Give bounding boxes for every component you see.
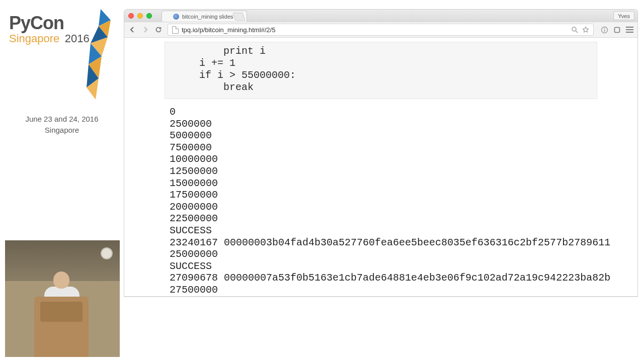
pyconsg-bird-icon	[85, 8, 125, 104]
wall-clock-icon	[101, 247, 113, 259]
speaker-head	[53, 272, 69, 289]
conference-date-line2: Singapore	[0, 125, 124, 136]
back-button[interactable]	[128, 26, 136, 34]
address-bar[interactable]: tpq.io/p/bitcoin_mining.html#/2/5	[168, 24, 594, 36]
page-viewport: print i i += 1 if i > 55000000: break 0 …	[124, 38, 637, 296]
conference-date-line1: June 23 and 24, 2016	[0, 114, 124, 125]
zoom-icon[interactable]	[571, 26, 578, 33]
url-text: tpq.io/p/bitcoin_mining.html#/2/5	[182, 26, 568, 34]
window-zoom-button[interactable]	[146, 13, 152, 19]
svg-rect-13	[615, 27, 620, 32]
svg-line-9	[576, 31, 578, 33]
podium	[34, 297, 89, 357]
speaker-video-thumbnail	[5, 240, 120, 357]
conference-subtitle: Singapore	[9, 32, 59, 45]
hamburger-icon	[626, 27, 633, 28]
bookmark-star-icon[interactable]	[582, 26, 589, 33]
info-icon[interactable]	[601, 26, 608, 34]
output-cell: 0 2500000 5000000 7500000 10000000 12500…	[170, 106, 597, 296]
arrow-right-icon	[142, 26, 149, 33]
window-minimize-button[interactable]	[137, 13, 143, 19]
conference-sidebar: PyCon Singapore 2016 June 23 and 24, 201…	[0, 0, 124, 362]
window-close-button[interactable]	[128, 13, 134, 19]
menu-button[interactable]	[626, 27, 633, 33]
window-titlebar: bitcoin_mining slides × Yves	[124, 10, 637, 22]
svg-point-12	[604, 28, 605, 29]
svg-point-8	[572, 27, 576, 31]
code-block: print i i += 1 if i > 55000000: break	[165, 45, 597, 94]
reload-button[interactable]	[154, 26, 163, 34]
reload-icon	[155, 26, 162, 33]
page-icon	[172, 26, 179, 34]
arrow-left-icon	[129, 26, 136, 33]
output-text: 0 2500000 5000000 7500000 10000000 12500…	[170, 106, 597, 296]
tab-title: bitcoin_mining slides	[182, 11, 233, 22]
conference-dates: June 23 and 24, 2016 Singapore	[0, 114, 124, 136]
browser-window: bitcoin_mining slides × Yves tpq.io/p/bi…	[124, 9, 638, 297]
conference-logo: PyCon Singapore 2016	[9, 14, 115, 45]
tab-favicon-icon	[173, 14, 179, 20]
profile-chip[interactable]: Yves	[613, 11, 634, 20]
window-controls	[128, 13, 152, 19]
forward-button[interactable]	[141, 26, 149, 34]
extension-icon[interactable]	[613, 26, 621, 34]
code-cell: print i i += 1 if i > 55000000: break	[165, 42, 597, 99]
browser-toolbar: tpq.io/p/bitcoin_mining.html#/2/5	[124, 22, 637, 38]
